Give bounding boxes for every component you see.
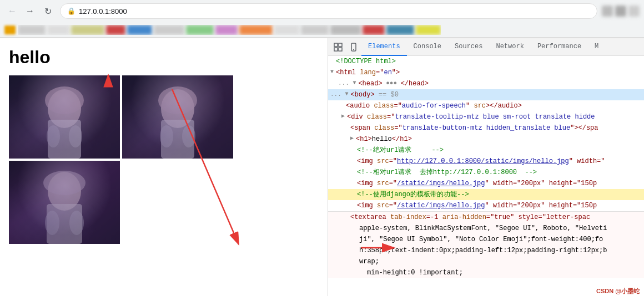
svg-rect-24 (339, 48, 342, 51)
svg-point-4 (47, 125, 60, 147)
svg-rect-23 (334, 48, 338, 51)
svg-point-2 (45, 86, 84, 114)
webpage-content: hello (0, 38, 328, 296)
svg-point-12 (182, 125, 195, 147)
html-line-body[interactable]: ... ▼ <body> == $0 (328, 89, 644, 100)
bookmarks-bar (0, 22, 644, 38)
svg-rect-7 (122, 75, 233, 159)
devtools-html-content: <!DOCTYPE html> ▼ <html lang="en"> ... ▼… (328, 56, 644, 296)
svg-rect-14 (9, 161, 120, 244)
svg-point-18 (45, 211, 59, 235)
svg-point-9 (158, 86, 197, 114)
svg-rect-13 (122, 75, 233, 159)
svg-rect-21 (334, 43, 338, 47)
html-line-h1[interactable]: ▶ <h1>hello</h1> (328, 134, 644, 145)
svg-rect-0 (9, 75, 120, 159)
html-line-div-translate[interactable]: ▶ <div class="translate-tooltip-mtz blue… (328, 111, 644, 123)
image-2 (122, 75, 233, 159)
lock-icon: 🔒 (67, 7, 76, 15)
tab-console[interactable]: Console (407, 38, 448, 56)
forward-button[interactable]: → (22, 3, 38, 19)
html-line-head[interactable]: ... ▼ <head> ●●● </head> (328, 78, 644, 89)
html-line-html[interactable]: ▼ <html lang="en"> (328, 67, 644, 78)
svg-point-15 (48, 172, 81, 211)
html-line-ta-5[interactable]: min-height:0 !important; (328, 267, 644, 278)
html-line-img-rel1[interactable]: <img src="/static/imgs/hello.jpg" width=… (328, 178, 644, 189)
nav-buttons: ← → ↻ (4, 3, 56, 19)
svg-rect-6 (9, 75, 120, 159)
svg-rect-10 (161, 120, 194, 159)
address-bar[interactable]: 🔒 127.0.0.1:8000 (60, 3, 597, 19)
html-line-comment-abs[interactable]: <!--绝对url请求 --> (328, 145, 644, 156)
browser-chrome: ← → ↻ 🔒 127.0.0.1:8000 (0, 0, 644, 38)
html-line-ta-2[interactable]: ji", "Segoe UI Symbol", "Noto Color Emoj… (328, 234, 644, 245)
html-line-audio[interactable]: <audio class="audio-for-speech" src></au… (328, 100, 644, 111)
devtools-panel: Elements Console Sources Network Perform… (328, 38, 644, 296)
image-3 (9, 161, 120, 244)
html-line-comment-django[interactable]: <!--使用django的模板带的功能--> (328, 189, 644, 200)
html-line-span-translate[interactable]: <span class="translate-button-mtz hidden… (328, 123, 644, 134)
image-grid (9, 75, 319, 244)
html-line-img-abs[interactable]: <img src="http://127.0.0.1:8000/static/i… (328, 156, 644, 167)
cursor-tool-btn[interactable] (330, 39, 346, 55)
svg-rect-22 (339, 43, 342, 47)
tab-network[interactable]: Network (489, 38, 530, 56)
refresh-button[interactable]: ↻ (40, 3, 56, 19)
img-abs-link[interactable]: http://127.0.0.1:8000/static/imgs/hello.… (397, 156, 569, 166)
page-title: hello (9, 47, 319, 68)
tab-sources[interactable]: Sources (448, 38, 489, 56)
browser-toolbar: ← → ↻ 🔒 127.0.0.1:8000 (0, 0, 644, 22)
html-line-ta-1[interactable]: apple-system, BlinkMacSystemFont, "Segoe… (328, 223, 644, 234)
svg-rect-20 (9, 161, 120, 244)
image-1 (9, 75, 120, 159)
tab-elements[interactable]: Elements (361, 38, 407, 56)
svg-point-5 (69, 125, 82, 147)
bookmark-items (18, 25, 441, 35)
tab-more[interactable]: M (588, 38, 605, 56)
html-line-textarea[interactable]: <textarea tab-index=-1 aria-hidden="true… (328, 211, 644, 223)
main-area: hello (0, 38, 644, 296)
svg-rect-17 (47, 204, 82, 244)
html-line-doctype[interactable]: <!DOCTYPE html> (328, 56, 644, 67)
html-line-ta-4[interactable]: wrap; (328, 256, 644, 267)
svg-point-19 (69, 211, 84, 235)
html-line-img-rel2[interactable]: <img src="/static/imgs/hello.jpg" width=… (328, 200, 644, 211)
img-rel2-link[interactable]: /static/imgs/hello.jpg (397, 201, 485, 211)
img-rel1-link[interactable]: /static/imgs/hello.jpg (397, 178, 485, 188)
html-line-ta-3[interactable]: h:358px;text-indent:0px;padding-left:12p… (328, 245, 644, 256)
bookmark-icon-1 (4, 25, 16, 34)
image-4-empty (122, 161, 233, 244)
back-button[interactable]: ← (4, 3, 20, 19)
svg-point-8 (161, 89, 194, 128)
extension-icons (602, 6, 640, 17)
tab-performance[interactable]: Performance (531, 38, 588, 56)
svg-point-16 (43, 171, 85, 195)
svg-rect-3 (48, 120, 81, 159)
devtools-tabs: Elements Console Sources Network Perform… (328, 38, 644, 56)
svg-point-11 (160, 125, 173, 147)
svg-point-1 (48, 89, 81, 128)
html-line-comment-rel[interactable]: <!--相对url请求 去掉http://127.0.0.1:8000 --> (328, 167, 644, 178)
url-text: 127.0.0.1:8000 (79, 7, 127, 16)
csdn-watermark: CSDN @小墨蛇 (596, 287, 640, 295)
mobile-btn[interactable] (346, 39, 361, 55)
